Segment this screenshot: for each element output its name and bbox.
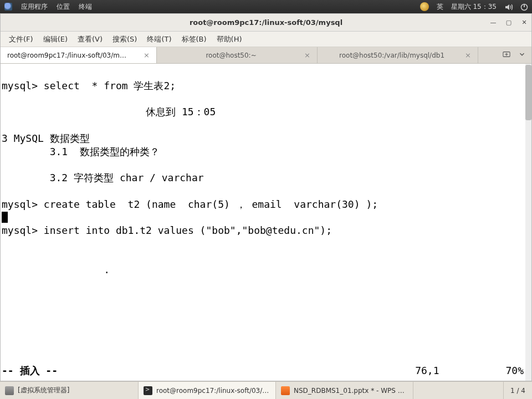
vim-mode: -- 插入 --	[2, 364, 58, 377]
term-line: .	[2, 264, 110, 275]
task-label: NSD_RDBMS1_01.pptx * - WPS …	[294, 387, 405, 395]
wps-icon	[281, 386, 290, 395]
terminal-viewport[interactable]: mysql> select * from 学生表2; 休息到 15：05 3 M…	[1, 64, 531, 381]
window-titlebar[interactable]: root@room9pc17:/linux-soft/03/mysql — ▢ …	[1, 14, 531, 32]
terminal-scrollbar[interactable]	[525, 64, 531, 381]
vm-icon	[5, 386, 14, 395]
menu-help[interactable]: 帮助(H)	[212, 32, 247, 47]
menu-apps[interactable]: 应用程序	[21, 2, 48, 12]
desktop-taskbar: [虚拟系统管理器] root@room9pc17:/linux-soft/03/…	[0, 381, 532, 399]
term-line: 3.2 字符类型 char / varchar	[2, 172, 204, 183]
workspace-indicator[interactable]: 1 / 4	[503, 382, 532, 399]
menu-bar: 文件(F) 编辑(E) 查看(V) 搜索(S) 终端(T) 标签(B) 帮助(H…	[1, 32, 531, 47]
term-line: 3 MySQL 数据类型	[2, 132, 90, 144]
close-button[interactable]: ✕	[520, 19, 528, 27]
term-line: 休息到 15：05	[2, 106, 216, 117]
close-icon[interactable]: ×	[144, 51, 150, 59]
taskbar-item-vm[interactable]: [虚拟系统管理器]	[0, 382, 139, 399]
task-label: [虚拟系统管理器]	[18, 386, 69, 395]
task-label: root@room9pc17:/linux-soft/03/m…	[156, 387, 270, 395]
taskbar-item-wps[interactable]: NSD_RDBMS1_01.pptx * - WPS …	[276, 382, 413, 399]
terminal-tab-3[interactable]: root@host50:/var/lib/mysql/db1 ×	[318, 47, 478, 63]
terminal-tab-1[interactable]: root@room9pc17:/linux-soft/03/m… ×	[1, 47, 157, 63]
menu-file[interactable]: 文件(F)	[4, 32, 38, 47]
ime-indicator[interactable]: 英	[437, 2, 443, 12]
terminal-tab-2[interactable]: root@host50:~ ×	[157, 47, 318, 63]
menu-terminal[interactable]: 终端(T)	[142, 32, 176, 47]
terminal-tab-bar: root@room9pc17:/linux-soft/03/m… × root@…	[1, 47, 531, 64]
taskbar-item-terminal[interactable]: root@room9pc17:/linux-soft/03/m…	[139, 382, 276, 399]
minimize-button[interactable]: —	[489, 19, 497, 27]
menu-search[interactable]: 搜索(S)	[108, 32, 142, 47]
desktop-top-panel: 应用程序 位置 终端 英 星期六 15：35	[0, 0, 532, 13]
term-line: mysql> create table t2 (name char(5) ， e…	[2, 198, 378, 210]
power-icon[interactable]	[520, 3, 528, 11]
menu-edit[interactable]: 编辑(E)	[38, 32, 73, 47]
terminal-icon	[144, 386, 152, 395]
tab-label: root@host50:~	[163, 52, 299, 59]
vim-percent: 70%	[505, 364, 524, 377]
close-icon[interactable]: ×	[304, 51, 310, 59]
term-line: mysql> select * from 学生表2;	[2, 80, 176, 91]
window-title: root@room9pc17:/linux-soft/03/mysql	[190, 18, 342, 27]
tab-tools	[497, 47, 531, 63]
tab-label: root@room9pc17:/linux-soft/03/m…	[7, 52, 138, 59]
vim-position: 76,1	[415, 364, 439, 377]
tab-menu-icon[interactable]	[518, 50, 526, 60]
menu-tab[interactable]: 标签(B)	[177, 32, 212, 47]
menu-places[interactable]: 位置	[57, 2, 70, 12]
tray-notification-icon[interactable]	[420, 2, 429, 11]
scrollbar-thumb[interactable]	[525, 65, 531, 120]
tab-label: root@host50:/var/lib/mysql/db1	[324, 52, 459, 59]
close-icon[interactable]: ×	[465, 51, 471, 59]
term-line: 3.1 数据类型的种类？	[2, 146, 160, 157]
clock[interactable]: 星期六 15：35	[451, 2, 497, 12]
sound-icon[interactable]	[504, 3, 512, 11]
terminal-window: root@room9pc17:/linux-soft/03/mysql — ▢ …	[0, 13, 532, 381]
menu-view[interactable]: 查看(V)	[73, 32, 108, 47]
maximize-button[interactable]: ▢	[505, 19, 513, 27]
menu-terminal[interactable]: 终端	[79, 2, 92, 12]
distro-icon	[4, 3, 12, 11]
new-tab-icon[interactable]	[503, 50, 510, 60]
term-line: mysql> insert into db1.t2 values ("bob",…	[2, 224, 332, 236]
text-cursor	[2, 212, 8, 223]
